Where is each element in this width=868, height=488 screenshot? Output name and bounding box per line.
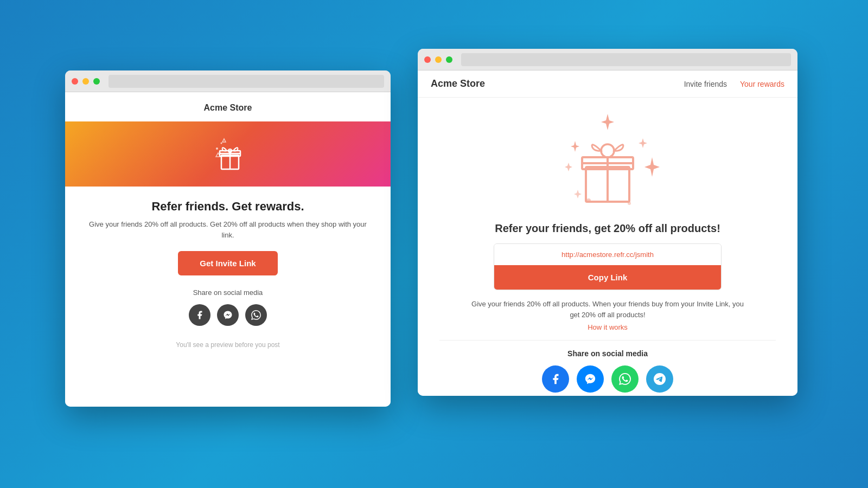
email-hero-banner — [65, 121, 391, 187]
front-browser-content: Acme Store Invite friends Your rewards — [418, 70, 797, 396]
traffic-light-red[interactable] — [72, 78, 78, 85]
front-browser-toolbar — [418, 49, 797, 70]
traffic-light-red-front[interactable] — [424, 56, 431, 63]
svg-marker-3 — [222, 139, 226, 142]
page-main: Refer your friends, get 20% off all prod… — [418, 98, 797, 396]
traffic-light-green-front[interactable] — [446, 56, 452, 63]
svg-point-0 — [216, 147, 218, 150]
traffic-light-yellow-front[interactable] — [435, 56, 442, 63]
front-browser-window: Acme Store Invite friends Your rewards — [418, 49, 797, 396]
social-label: Share on social media — [567, 349, 648, 358]
how-it-works-link[interactable]: How it works — [588, 323, 628, 331]
email-subtext: Give your friends 20% off all products. … — [65, 219, 391, 251]
telegram-icon[interactable] — [646, 365, 673, 393]
email-store-name: Acme Store — [204, 92, 252, 121]
messenger-icon[interactable] — [577, 365, 604, 393]
gift-illustration-svg — [548, 108, 667, 217]
your-rewards-nav-link[interactable]: Your rewards — [740, 80, 784, 88]
facebook-icon[interactable] — [542, 365, 569, 393]
section-divider — [439, 340, 776, 341]
svg-point-1 — [221, 143, 222, 144]
back-browser-toolbar — [65, 70, 391, 92]
email-preview-note: You'll see a preview before you post — [176, 341, 279, 349]
gift-illustration — [548, 108, 667, 217]
page-nav: Acme Store Invite friends Your rewards — [418, 70, 797, 98]
email-page: Acme Store — [65, 92, 391, 407]
email-gift-icon — [206, 132, 250, 176]
svg-point-13 — [601, 144, 614, 157]
whatsapp-icon-dark[interactable] — [245, 304, 267, 326]
copy-link-button[interactable]: Copy Link — [494, 265, 721, 290]
back-browser-window: Acme Store — [65, 70, 391, 407]
referral-link-input[interactable] — [494, 244, 721, 265]
email-social-icons — [189, 304, 267, 326]
get-invite-link-button[interactable]: Get Invite Link — [178, 251, 277, 275]
traffic-light-green[interactable] — [93, 78, 100, 85]
email-heading: Refer friends. Get rewards. — [135, 187, 320, 219]
traffic-light-yellow[interactable] — [82, 78, 89, 85]
facebook-icon-dark[interactable] — [189, 304, 210, 326]
referral-link-box: Copy Link — [494, 243, 722, 290]
invite-friends-nav-link[interactable]: Invite friends — [684, 80, 727, 88]
social-icons-colored — [542, 365, 673, 393]
nav-brand: Acme Store — [431, 78, 684, 89]
email-social-label: Share on social media — [193, 288, 263, 297]
whatsapp-icon[interactable] — [611, 365, 639, 393]
nav-links: Invite friends Your rewards — [684, 80, 784, 88]
address-bar — [108, 75, 384, 88]
back-browser-content: Acme Store — [65, 92, 391, 407]
page-headline: Refer your friends, get 20% off all prod… — [495, 222, 720, 235]
page-description: Give your friends 20% off all products. … — [467, 299, 749, 320]
address-bar-front — [461, 53, 791, 66]
messenger-icon-dark[interactable] — [217, 304, 239, 326]
